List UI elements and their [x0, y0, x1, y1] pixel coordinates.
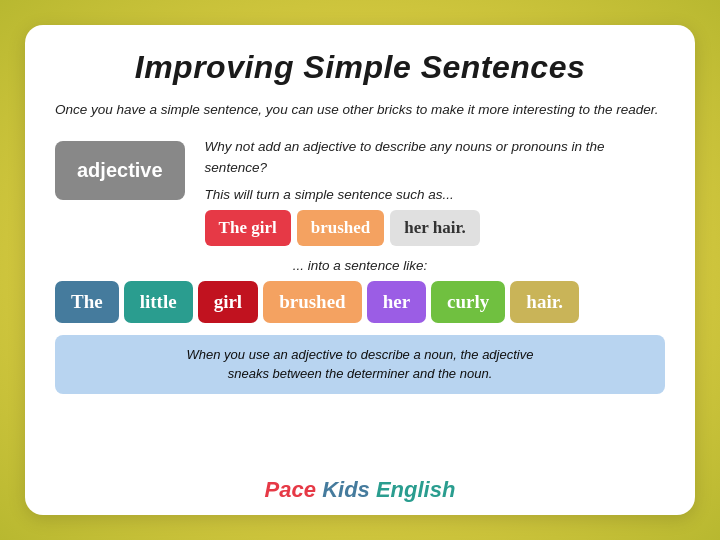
- intro-paragraph: Once you have a simple sentence, you can…: [55, 100, 665, 121]
- into-text: ... into a sentence like:: [55, 258, 665, 273]
- main-card: Improving Simple Sentences Once you have…: [25, 25, 695, 515]
- brand-kids: Kids: [322, 477, 370, 502]
- improved-word-brushed: brushed: [263, 281, 362, 323]
- improved-word-little: little: [124, 281, 193, 323]
- improved-sentence-row: The little girl brushed her curly hair.: [55, 281, 665, 323]
- brand-english: English: [376, 477, 455, 502]
- brand-footer: Pace Kids English: [265, 477, 456, 503]
- brand-pace: Pace: [265, 477, 316, 502]
- note-line2: sneaks between the determiner and the no…: [228, 366, 493, 381]
- page-title: Improving Simple Sentences: [55, 49, 665, 86]
- right-content: Why not add an adjective to describe any…: [205, 137, 665, 246]
- why-text: Why not add an adjective to describe any…: [205, 137, 665, 179]
- simple-word-her-hair: her hair.: [390, 210, 479, 246]
- improved-word-her: her: [367, 281, 426, 323]
- note-line1: When you use an adjective to describe a …: [187, 347, 534, 362]
- simple-word-brushed: brushed: [297, 210, 385, 246]
- simple-sentence-row: The girl brushed her hair.: [205, 210, 665, 246]
- note-box: When you use an adjective to describe a …: [55, 335, 665, 394]
- simple-word-the-girl: The girl: [205, 210, 291, 246]
- this-will-text: This will turn a simple sentence such as…: [205, 187, 665, 202]
- improved-word-curly: curly: [431, 281, 505, 323]
- improved-word-hair: hair.: [510, 281, 579, 323]
- adjective-box: adjective: [55, 141, 185, 200]
- improved-word-the: The: [55, 281, 119, 323]
- main-content-area: adjective Why not add an adjective to de…: [55, 137, 665, 246]
- improved-word-girl: girl: [198, 281, 259, 323]
